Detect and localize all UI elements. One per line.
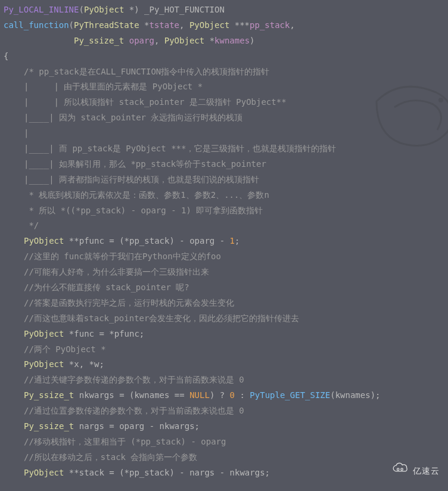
svg-point-2 — [401, 468, 403, 471]
cloud-icon — [391, 462, 410, 480]
function-name: call_function — [4, 20, 69, 30]
watermark: 亿速云 — [391, 462, 440, 480]
watermark-text: 亿速云 — [413, 464, 440, 479]
svg-point-1 — [397, 468, 399, 471]
code-block: Py_LOCAL_INLINE(PyObject *) _Py_HOT_FUNC… — [0, 0, 448, 483]
macro-token: Py_LOCAL_INLINE — [4, 5, 79, 14]
comment-line: /* pp_stack是在CALL_FUNCTION指令中传入的栈顶指针的指针 — [24, 67, 269, 76]
